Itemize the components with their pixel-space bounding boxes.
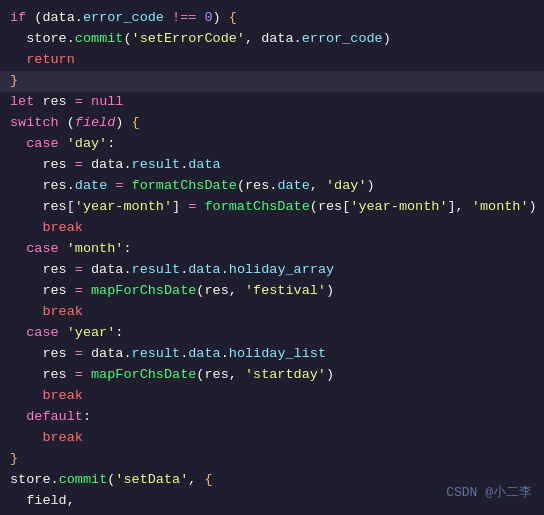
code-line-8: res = data . result . data: [0, 155, 544, 176]
code-line-13: res = data . result . data . holiday_arr…: [0, 260, 544, 281]
code-line-6: switch ( field ) {: [0, 113, 544, 134]
code-line-3: return: [0, 50, 544, 71]
code-line-9: res . date = formatChsDate (res . date ,…: [0, 176, 544, 197]
code-line-18: res = mapForChsDate (res, 'startday' ): [0, 365, 544, 386]
code-line-10: res [ 'year-month' ] = formatChsDate (re…: [0, 197, 544, 218]
code-line-22: }: [0, 449, 544, 470]
code-line-19: break: [0, 386, 544, 407]
code-line-12: case 'month' :: [0, 239, 544, 260]
code-line-14: res = mapForChsDate (res, 'festival' ): [0, 281, 544, 302]
keyword-if: if: [10, 8, 26, 29]
code-line-5: let res = null: [0, 92, 544, 113]
code-line-2: store . commit ( 'setErrorCode' , data .…: [0, 29, 544, 50]
code-line-16: case 'year' :: [0, 323, 544, 344]
code-line-1: if ( data . error_code !== 0 ) {: [0, 8, 544, 29]
code-line-4: }: [0, 71, 544, 92]
code-line-15: break: [0, 302, 544, 323]
code-line-17: res = data . result . data . holiday_lis…: [0, 344, 544, 365]
watermark: CSDN @小二李: [446, 483, 532, 503]
code-line-11: break: [0, 218, 544, 239]
code-line-20: default :: [0, 407, 544, 428]
code-line-21: break: [0, 428, 544, 449]
code-line-7: case 'day' :: [0, 134, 544, 155]
code-editor: if ( data . error_code !== 0 ) { store .…: [0, 0, 544, 515]
